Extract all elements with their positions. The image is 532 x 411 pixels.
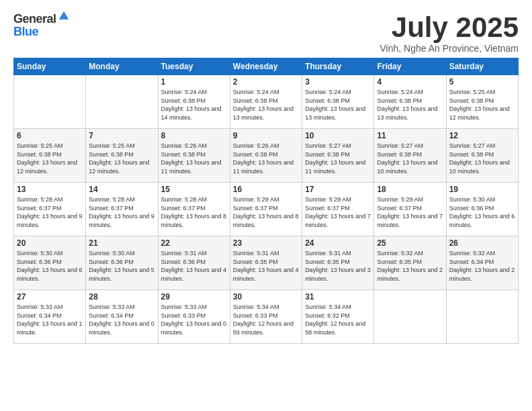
day-info: Sunrise: 5:30 AMSunset: 6:36 PMDaylight:…: [449, 195, 515, 229]
calendar-cell: 21Sunrise: 5:30 AMSunset: 6:36 PMDayligh…: [86, 236, 158, 290]
calendar-cell: 13Sunrise: 5:28 AMSunset: 6:37 PMDayligh…: [14, 183, 86, 236]
day-info: Sunrise: 5:25 AMSunset: 6:38 PMDaylight:…: [17, 142, 83, 175]
calendar-cell: 28Sunrise: 5:33 AMSunset: 6:34 PMDayligh…: [86, 290, 158, 344]
calendar-cell: [446, 290, 518, 344]
day-number: 30: [233, 292, 299, 302]
calendar-cell: [14, 75, 86, 129]
day-number: 31: [305, 292, 371, 302]
day-number: 7: [89, 131, 154, 140]
day-info: Sunrise: 5:24 AMSunset: 6:38 PMDaylight:…: [161, 88, 227, 122]
calendar-cell: 25Sunrise: 5:32 AMSunset: 6:35 PMDayligh…: [374, 236, 446, 290]
calendar-cell: 17Sunrise: 5:29 AMSunset: 6:37 PMDayligh…: [302, 183, 374, 236]
calendar-cell: 2Sunrise: 5:24 AMSunset: 6:38 PMDaylight…: [230, 75, 302, 129]
day-header: Wednesday: [230, 58, 302, 75]
day-header: Tuesday: [158, 58, 230, 75]
calendar-cell: 7Sunrise: 5:25 AMSunset: 6:38 PMDaylight…: [86, 129, 158, 183]
day-number: 14: [89, 185, 154, 194]
calendar-cell: 8Sunrise: 5:26 AMSunset: 6:38 PMDaylight…: [158, 129, 230, 183]
title-block: July 2025 Vinh, Nghe An Province, Vietna…: [380, 12, 519, 54]
day-number: 25: [377, 238, 443, 248]
day-info: Sunrise: 5:27 AMSunset: 6:38 PMDaylight:…: [377, 142, 443, 175]
calendar-cell: 14Sunrise: 5:28 AMSunset: 6:37 PMDayligh…: [86, 183, 158, 236]
day-info: Sunrise: 5:30 AMSunset: 6:36 PMDaylight:…: [17, 249, 83, 283]
day-info: Sunrise: 5:24 AMSunset: 6:38 PMDaylight:…: [305, 88, 371, 122]
calendar-cell: 3Sunrise: 5:24 AMSunset: 6:38 PMDaylight…: [302, 75, 374, 129]
day-info: Sunrise: 5:33 AMSunset: 6:34 PMDaylight:…: [17, 303, 83, 336]
calendar-cell: 30Sunrise: 5:34 AMSunset: 6:33 PMDayligh…: [230, 290, 302, 344]
day-info: Sunrise: 5:34 AMSunset: 6:33 PMDaylight:…: [233, 303, 299, 336]
calendar-cell: 1Sunrise: 5:24 AMSunset: 6:38 PMDaylight…: [158, 75, 230, 129]
day-header: Sunday: [14, 58, 86, 75]
day-info: Sunrise: 5:31 AMSunset: 6:35 PMDaylight:…: [305, 249, 371, 283]
day-number: 27: [17, 292, 83, 302]
day-header: Monday: [86, 58, 158, 75]
day-info: Sunrise: 5:25 AMSunset: 6:38 PMDaylight:…: [449, 88, 515, 122]
day-info: Sunrise: 5:33 AMSunset: 6:33 PMDaylight:…: [161, 303, 227, 336]
day-info: Sunrise: 5:27 AMSunset: 6:38 PMDaylight:…: [305, 142, 371, 175]
calendar-table: SundayMondayTuesdayWednesdayThursdayFrid…: [13, 58, 519, 344]
calendar-cell: 22Sunrise: 5:31 AMSunset: 6:36 PMDayligh…: [158, 236, 230, 290]
day-number: 2: [233, 77, 299, 87]
day-number: 21: [89, 238, 154, 248]
day-info: Sunrise: 5:30 AMSunset: 6:36 PMDaylight:…: [89, 249, 154, 283]
day-number: 23: [233, 238, 299, 248]
day-number: 5: [449, 77, 515, 87]
day-header: Thursday: [302, 58, 374, 75]
calendar-cell: 16Sunrise: 5:29 AMSunset: 6:37 PMDayligh…: [230, 183, 302, 236]
day-number: 19: [449, 185, 515, 194]
day-header: Friday: [374, 58, 446, 75]
day-info: Sunrise: 5:24 AMSunset: 6:38 PMDaylight:…: [377, 88, 443, 122]
title-month: July 2025: [380, 12, 519, 43]
calendar-cell: 10Sunrise: 5:27 AMSunset: 6:38 PMDayligh…: [302, 129, 374, 183]
day-info: Sunrise: 5:26 AMSunset: 6:38 PMDaylight:…: [233, 142, 299, 175]
day-number: 16: [233, 185, 299, 194]
calendar-cell: 4Sunrise: 5:24 AMSunset: 6:38 PMDaylight…: [374, 75, 446, 129]
calendar-cell: [374, 290, 446, 344]
day-info: Sunrise: 5:27 AMSunset: 6:38 PMDaylight:…: [449, 142, 515, 175]
calendar-cell: 23Sunrise: 5:31 AMSunset: 6:35 PMDayligh…: [230, 236, 302, 290]
header: General Blue July 2025 Vinh, Nghe An Pro…: [13, 12, 519, 54]
day-number: 11: [377, 131, 443, 140]
logo-blue: Blue: [13, 25, 38, 38]
calendar-cell: 11Sunrise: 5:27 AMSunset: 6:38 PMDayligh…: [374, 129, 446, 183]
calendar-cell: 12Sunrise: 5:27 AMSunset: 6:38 PMDayligh…: [446, 129, 518, 183]
day-info: Sunrise: 5:31 AMSunset: 6:36 PMDaylight:…: [161, 249, 227, 283]
day-number: 9: [233, 131, 299, 140]
day-header: Saturday: [446, 58, 518, 75]
page: General Blue July 2025 Vinh, Nghe An Pro…: [0, 0, 532, 411]
day-number: 6: [17, 131, 83, 140]
calendar-cell: 27Sunrise: 5:33 AMSunset: 6:34 PMDayligh…: [14, 290, 86, 344]
day-info: Sunrise: 5:26 AMSunset: 6:38 PMDaylight:…: [161, 142, 227, 175]
calendar-cell: 9Sunrise: 5:26 AMSunset: 6:38 PMDaylight…: [230, 129, 302, 183]
calendar-cell: 6Sunrise: 5:25 AMSunset: 6:38 PMDaylight…: [14, 129, 86, 183]
day-info: Sunrise: 5:32 AMSunset: 6:34 PMDaylight:…: [449, 249, 515, 283]
day-number: 10: [305, 131, 371, 140]
day-info: Sunrise: 5:28 AMSunset: 6:37 PMDaylight:…: [17, 195, 83, 229]
calendar-cell: 5Sunrise: 5:25 AMSunset: 6:38 PMDaylight…: [446, 75, 518, 129]
day-info: Sunrise: 5:29 AMSunset: 6:37 PMDaylight:…: [305, 195, 371, 229]
day-number: 22: [161, 238, 227, 248]
calendar-cell: 31Sunrise: 5:34 AMSunset: 6:32 PMDayligh…: [302, 290, 374, 344]
day-number: 13: [17, 185, 83, 194]
calendar-cell: 20Sunrise: 5:30 AMSunset: 6:36 PMDayligh…: [14, 236, 86, 290]
calendar-cell: 18Sunrise: 5:29 AMSunset: 6:37 PMDayligh…: [374, 183, 446, 236]
day-number: 18: [377, 185, 443, 194]
title-location: Vinh, Nghe An Province, Vietnam: [380, 43, 519, 54]
day-number: 15: [161, 185, 227, 194]
day-number: 24: [305, 238, 371, 248]
day-info: Sunrise: 5:24 AMSunset: 6:38 PMDaylight:…: [233, 88, 299, 122]
calendar-cell: [86, 75, 158, 129]
calendar-cell: 15Sunrise: 5:28 AMSunset: 6:37 PMDayligh…: [158, 183, 230, 236]
day-number: 17: [305, 185, 371, 194]
day-number: 20: [17, 238, 83, 248]
day-info: Sunrise: 5:33 AMSunset: 6:34 PMDaylight:…: [89, 303, 154, 336]
calendar-cell: 24Sunrise: 5:31 AMSunset: 6:35 PMDayligh…: [302, 236, 374, 290]
day-info: Sunrise: 5:31 AMSunset: 6:35 PMDaylight:…: [233, 249, 299, 283]
day-number: 26: [449, 238, 515, 248]
calendar-cell: 19Sunrise: 5:30 AMSunset: 6:36 PMDayligh…: [446, 183, 518, 236]
day-number: 28: [89, 292, 154, 302]
logo-icon: [58, 10, 70, 22]
day-number: 1: [161, 77, 227, 87]
day-number: 29: [161, 292, 227, 302]
day-number: 4: [377, 77, 443, 87]
